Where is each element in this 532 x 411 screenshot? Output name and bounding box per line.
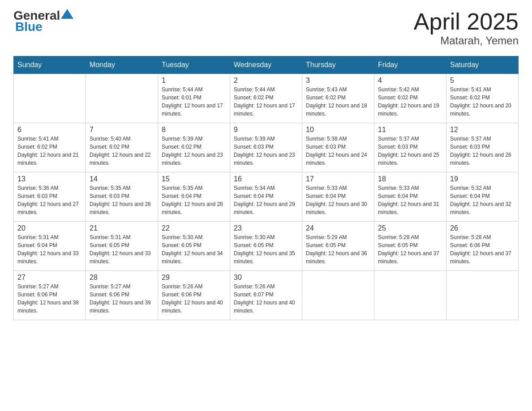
calendar-cell: 21Sunrise: 5:31 AMSunset: 6:05 PMDayligh… xyxy=(86,222,158,271)
day-number: 15 xyxy=(162,175,226,183)
day-info: Sunrise: 5:41 AMSunset: 6:02 PMDaylight:… xyxy=(450,86,515,118)
calendar-cell: 1Sunrise: 5:44 AMSunset: 6:01 PMDaylight… xyxy=(158,74,230,123)
calendar-cell xyxy=(14,74,86,123)
day-info: Sunrise: 5:27 AMSunset: 6:06 PMDaylight:… xyxy=(90,283,154,315)
day-info: Sunrise: 5:30 AMSunset: 6:05 PMDaylight:… xyxy=(162,233,226,265)
day-number: 5 xyxy=(450,77,515,85)
calendar-cell: 28Sunrise: 5:27 AMSunset: 6:06 PMDayligh… xyxy=(86,271,158,320)
calendar-cell: 11Sunrise: 5:37 AMSunset: 6:03 PMDayligh… xyxy=(374,123,446,172)
day-info: Sunrise: 5:34 AMSunset: 6:04 PMDaylight:… xyxy=(234,184,298,216)
day-info: Sunrise: 5:33 AMSunset: 6:04 PMDaylight:… xyxy=(378,184,442,216)
calendar-cell: 4Sunrise: 5:42 AMSunset: 6:02 PMDaylight… xyxy=(374,74,446,123)
day-info: Sunrise: 5:42 AMSunset: 6:02 PMDaylight:… xyxy=(378,86,442,118)
day-info: Sunrise: 5:43 AMSunset: 6:02 PMDaylight:… xyxy=(306,86,370,118)
day-number: 26 xyxy=(450,224,515,232)
day-number: 30 xyxy=(234,274,298,282)
calendar-cell: 30Sunrise: 5:26 AMSunset: 6:07 PMDayligh… xyxy=(230,271,302,320)
calendar-cell: 6Sunrise: 5:41 AMSunset: 6:02 PMDaylight… xyxy=(14,123,86,172)
day-info: Sunrise: 5:35 AMSunset: 6:04 PMDaylight:… xyxy=(162,184,226,216)
day-info: Sunrise: 5:32 AMSunset: 6:04 PMDaylight:… xyxy=(450,184,515,216)
day-info: Sunrise: 5:28 AMSunset: 6:05 PMDaylight:… xyxy=(378,233,442,265)
header-thursday: Thursday xyxy=(302,56,374,74)
day-number: 13 xyxy=(17,175,82,183)
logo: General Blue xyxy=(13,9,73,34)
calendar-cell: 8Sunrise: 5:39 AMSunset: 6:02 PMDaylight… xyxy=(158,123,230,172)
day-info: Sunrise: 5:31 AMSunset: 6:05 PMDaylight:… xyxy=(90,233,154,265)
day-info: Sunrise: 5:41 AMSunset: 6:02 PMDaylight:… xyxy=(17,135,82,167)
day-number: 14 xyxy=(90,175,154,183)
calendar-cell xyxy=(86,74,158,123)
calendar-cell: 16Sunrise: 5:34 AMSunset: 6:04 PMDayligh… xyxy=(230,172,302,222)
day-info: Sunrise: 5:38 AMSunset: 6:03 PMDaylight:… xyxy=(306,135,370,167)
calendar-subtitle: Matarah, Yemen xyxy=(414,34,519,47)
header-saturday: Saturday xyxy=(446,56,519,74)
header-monday: Monday xyxy=(86,56,158,74)
calendar-cell: 22Sunrise: 5:30 AMSunset: 6:05 PMDayligh… xyxy=(158,222,230,271)
day-number: 10 xyxy=(306,126,370,134)
day-number: 27 xyxy=(17,274,82,282)
day-number: 16 xyxy=(234,175,298,183)
calendar-cell: 26Sunrise: 5:28 AMSunset: 6:06 PMDayligh… xyxy=(446,222,519,271)
calendar-cell xyxy=(374,271,446,320)
day-number: 22 xyxy=(162,224,226,232)
calendar-cell: 18Sunrise: 5:33 AMSunset: 6:04 PMDayligh… xyxy=(374,172,446,222)
calendar-cell: 15Sunrise: 5:35 AMSunset: 6:04 PMDayligh… xyxy=(158,172,230,222)
calendar-week-row: 6Sunrise: 5:41 AMSunset: 6:02 PMDaylight… xyxy=(14,123,519,172)
calendar-header-row: SundayMondayTuesdayWednesdayThursdayFrid… xyxy=(14,56,519,74)
day-info: Sunrise: 5:37 AMSunset: 6:03 PMDaylight:… xyxy=(378,135,442,167)
day-info: Sunrise: 5:35 AMSunset: 6:03 PMDaylight:… xyxy=(90,184,154,216)
header-wednesday: Wednesday xyxy=(230,56,302,74)
calendar-cell: 2Sunrise: 5:44 AMSunset: 6:02 PMDaylight… xyxy=(230,74,302,123)
day-number: 8 xyxy=(162,126,226,134)
calendar-cell: 13Sunrise: 5:36 AMSunset: 6:03 PMDayligh… xyxy=(14,172,86,222)
calendar-cell: 9Sunrise: 5:39 AMSunset: 6:03 PMDaylight… xyxy=(230,123,302,172)
calendar-cell: 14Sunrise: 5:35 AMSunset: 6:03 PMDayligh… xyxy=(86,172,158,222)
day-info: Sunrise: 5:26 AMSunset: 6:06 PMDaylight:… xyxy=(162,283,226,315)
calendar-cell: 25Sunrise: 5:28 AMSunset: 6:05 PMDayligh… xyxy=(374,222,446,271)
calendar-cell: 29Sunrise: 5:26 AMSunset: 6:06 PMDayligh… xyxy=(158,271,230,320)
day-number: 17 xyxy=(306,175,370,183)
day-info: Sunrise: 5:44 AMSunset: 6:01 PMDaylight:… xyxy=(162,86,226,118)
day-info: Sunrise: 5:40 AMSunset: 6:02 PMDaylight:… xyxy=(90,135,154,167)
calendar-cell: 7Sunrise: 5:40 AMSunset: 6:02 PMDaylight… xyxy=(86,123,158,172)
day-number: 21 xyxy=(90,224,154,232)
calendar-cell: 10Sunrise: 5:38 AMSunset: 6:03 PMDayligh… xyxy=(302,123,374,172)
header-friday: Friday xyxy=(374,56,446,74)
header-tuesday: Tuesday xyxy=(158,56,230,74)
day-number: 23 xyxy=(234,224,298,232)
calendar-week-row: 27Sunrise: 5:27 AMSunset: 6:06 PMDayligh… xyxy=(14,271,519,320)
calendar-cell: 3Sunrise: 5:43 AMSunset: 6:02 PMDaylight… xyxy=(302,74,374,123)
day-info: Sunrise: 5:33 AMSunset: 6:04 PMDaylight:… xyxy=(306,184,370,216)
day-info: Sunrise: 5:29 AMSunset: 6:05 PMDaylight:… xyxy=(306,233,370,265)
page-header: General Blue April 2025 Matarah, Yemen xyxy=(13,9,519,47)
day-number: 12 xyxy=(450,126,515,134)
calendar-cell: 20Sunrise: 5:31 AMSunset: 6:04 PMDayligh… xyxy=(14,222,86,271)
day-number: 6 xyxy=(17,126,82,134)
day-info: Sunrise: 5:39 AMSunset: 6:03 PMDaylight:… xyxy=(234,135,298,167)
day-info: Sunrise: 5:26 AMSunset: 6:07 PMDaylight:… xyxy=(234,283,298,315)
calendar-cell: 12Sunrise: 5:37 AMSunset: 6:03 PMDayligh… xyxy=(446,123,519,172)
day-info: Sunrise: 5:28 AMSunset: 6:06 PMDaylight:… xyxy=(450,233,515,265)
day-number: 18 xyxy=(378,175,442,183)
day-info: Sunrise: 5:27 AMSunset: 6:06 PMDaylight:… xyxy=(17,283,82,315)
calendar-cell: 23Sunrise: 5:30 AMSunset: 6:05 PMDayligh… xyxy=(230,222,302,271)
day-info: Sunrise: 5:37 AMSunset: 6:03 PMDaylight:… xyxy=(450,135,515,167)
day-info: Sunrise: 5:31 AMSunset: 6:04 PMDaylight:… xyxy=(17,233,82,265)
day-info: Sunrise: 5:36 AMSunset: 6:03 PMDaylight:… xyxy=(17,184,82,216)
day-number: 4 xyxy=(378,77,442,85)
calendar-title: April 2025 xyxy=(414,9,519,34)
day-number: 29 xyxy=(162,274,226,282)
day-info: Sunrise: 5:30 AMSunset: 6:05 PMDaylight:… xyxy=(234,233,298,265)
calendar-cell: 5Sunrise: 5:41 AMSunset: 6:02 PMDaylight… xyxy=(446,74,519,123)
day-number: 3 xyxy=(306,77,370,85)
calendar-table: SundayMondayTuesdayWednesdayThursdayFrid… xyxy=(13,56,519,320)
calendar-cell: 17Sunrise: 5:33 AMSunset: 6:04 PMDayligh… xyxy=(302,172,374,222)
calendar-week-row: 20Sunrise: 5:31 AMSunset: 6:04 PMDayligh… xyxy=(14,222,519,271)
calendar-cell: 27Sunrise: 5:27 AMSunset: 6:06 PMDayligh… xyxy=(14,271,86,320)
calendar-cell xyxy=(302,271,374,320)
day-number: 7 xyxy=(90,126,154,134)
day-number: 9 xyxy=(234,126,298,134)
calendar-cell xyxy=(446,271,519,320)
header-sunday: Sunday xyxy=(14,56,86,74)
day-info: Sunrise: 5:44 AMSunset: 6:02 PMDaylight:… xyxy=(234,86,298,118)
